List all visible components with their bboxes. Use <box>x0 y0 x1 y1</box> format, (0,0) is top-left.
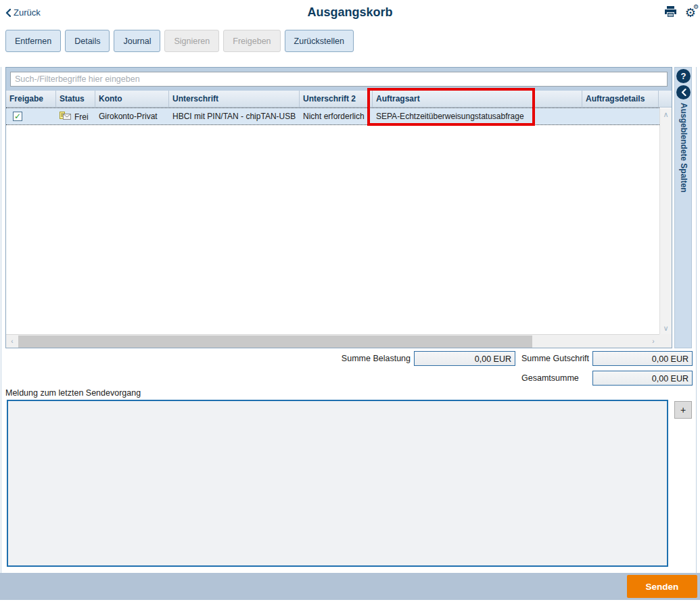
sum-credit-value: 0,00 EUR <box>592 351 693 366</box>
cell-unterschrift-2: Nicht erforderlich <box>300 108 373 124</box>
journal-button[interactable]: Journal <box>114 30 160 52</box>
horizontal-scroll-thumb[interactable] <box>18 335 532 348</box>
toolbar: Entfernen Details Journal Signieren Frei… <box>5 30 354 52</box>
cell-freigabe: ✓ <box>6 108 56 124</box>
scroll-down-icon[interactable]: ∨ <box>660 323 672 333</box>
cell-auftragsart: SEPA-Echtzeitüberweisungstatusabfrage <box>373 108 582 124</box>
mail-status-icon <box>60 112 71 122</box>
outer-right-border <box>696 67 697 573</box>
remove-button[interactable]: Entfernen <box>5 30 61 52</box>
sum-debit-label: Summe Belastung <box>308 354 411 363</box>
column-header-status[interactable]: Status <box>56 91 95 107</box>
sign-button: Signieren <box>164 30 219 52</box>
last-send-message-textarea[interactable] <box>7 400 668 567</box>
column-header-unterschrift-2[interactable]: Unterschrift 2 <box>300 91 373 107</box>
postpone-button[interactable]: Zurückstellen <box>285 30 354 52</box>
column-header-auftragsart[interactable]: Auftragsart <box>373 91 582 107</box>
outbox-table-panel: Freigabe Status Konto Unterschrift Unter… <box>5 67 672 348</box>
bottom-bar: Senden <box>0 573 700 600</box>
status-label: Frei <box>74 112 89 122</box>
cell-konto: Girokonto-Privat <box>95 108 169 124</box>
search-input[interactable] <box>10 72 668 87</box>
horizontal-scrollbar[interactable]: ‹ › <box>6 334 659 348</box>
column-header-freigabe[interactable]: Freigabe <box>6 91 56 107</box>
last-send-message-label: Meldung zum letzten Sendevorgang <box>5 388 141 398</box>
cell-auftragsdetails <box>582 108 659 124</box>
page-title: Ausgangskorb <box>0 5 700 20</box>
cell-unterschrift: HBCI mit PIN/TAN - chipTAN-USB <box>169 108 300 124</box>
vertical-scrollbar[interactable]: ∧ ∨ <box>659 108 672 334</box>
collapse-panel-icon[interactable] <box>676 85 691 99</box>
sum-total-label: Gesamtsumme <box>521 373 579 383</box>
column-header-filler <box>659 91 672 107</box>
hidden-columns-strip: ? Ausgeblendete Spalten <box>674 67 692 348</box>
add-message-button[interactable]: + <box>674 401 692 419</box>
column-header-unterschrift[interactable]: Unterschrift <box>169 91 300 107</box>
column-header-konto[interactable]: Konto <box>95 91 169 107</box>
sum-total-value: 0,00 EUR <box>592 371 693 386</box>
search-band <box>6 68 672 91</box>
app-window: Zurück Ausgangskorb ⚙ ⚙ Entfernen Detail… <box>0 0 700 604</box>
hidden-columns-label[interactable]: Ausgeblendete Spalten <box>679 103 689 193</box>
release-button: Freigeben <box>223 30 280 52</box>
column-header-auftragsdetails[interactable]: Auftragsdetails <box>582 91 659 107</box>
cell-status: Frei <box>56 108 95 124</box>
details-button[interactable]: Details <box>65 30 110 52</box>
scroll-left-icon[interactable]: ‹ <box>6 335 18 348</box>
table-row[interactable]: ✓ Frei Girokonto-Privat HBCI mit PIN/TAN <box>6 108 659 125</box>
sum-credit-label: Summe Gutschrift <box>521 354 589 363</box>
scroll-up-icon[interactable]: ∧ <box>660 110 672 119</box>
send-button[interactable]: Senden <box>627 575 697 598</box>
scrollbar-corner <box>659 334 672 348</box>
freigabe-checkbox[interactable]: ✓ <box>13 112 22 121</box>
sum-debit-value: 0,00 EUR <box>414 351 515 366</box>
print-icon[interactable] <box>664 6 677 20</box>
table-header-row: Freigabe Status Konto Unterschrift Unter… <box>6 91 672 108</box>
outer-left-border <box>1 67 1 573</box>
scroll-right-icon[interactable]: › <box>647 335 659 348</box>
settings-gear-icon[interactable]: ⚙ ⚙ <box>685 7 696 20</box>
help-icon[interactable]: ? <box>676 69 691 83</box>
